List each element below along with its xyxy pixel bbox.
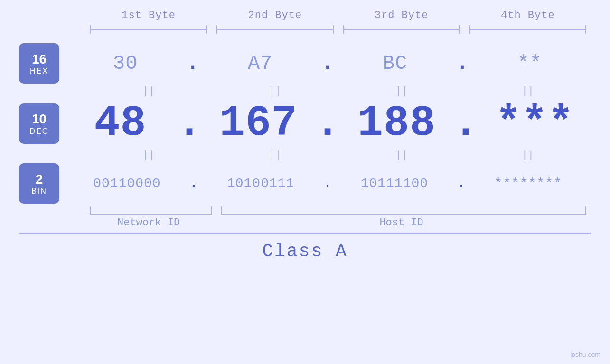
equals-1-2: ||	[212, 85, 338, 97]
host-id-label: Host ID	[212, 217, 591, 229]
bracket-2	[216, 25, 333, 34]
hex-row: 16 HEX 30 . A7 . BC . **	[19, 43, 591, 84]
dec-badge-label: DEC	[30, 127, 49, 136]
bin-badge-number: 2	[36, 171, 43, 187]
byte-header-2: 2nd Byte	[212, 9, 338, 21]
dot-dec-3: .	[453, 99, 479, 148]
equals-2-3: ||	[338, 149, 465, 161]
class-row: Class A	[19, 233, 591, 261]
byte-header-3: 3rd Byte	[338, 9, 465, 21]
equals-2-4: ||	[465, 149, 591, 161]
dec-byte-3: 188	[340, 99, 453, 148]
dec-badge-number: 10	[32, 111, 47, 127]
hex-byte-2: A7	[199, 52, 322, 75]
dec-val-4: ***	[496, 99, 574, 148]
bracket-1	[90, 25, 207, 34]
bin-val-3: 10111100	[361, 176, 428, 191]
equals-1-3: ||	[338, 85, 465, 97]
bin-byte-3: 10111100	[331, 176, 457, 191]
hex-values: 30 . A7 . BC . **	[64, 52, 591, 75]
dec-values: 48 . 167 . 188 . ***	[64, 99, 591, 148]
bracket-3	[343, 25, 460, 34]
equals-row-2: || || || ||	[19, 149, 591, 161]
bin-badge: 2 BIN	[19, 163, 59, 204]
dot-dec-1: .	[177, 99, 202, 148]
dec-val-2: 167	[219, 99, 298, 148]
hex-byte-1: 30	[64, 52, 187, 75]
bin-row: 2 BIN 00110000 . 10100111 . 10111100 . *…	[19, 163, 591, 204]
network-bracket	[90, 206, 212, 215]
hex-val-3: BC	[383, 52, 407, 75]
hex-val-4: **	[517, 52, 542, 75]
bin-byte-2: 10100111	[198, 176, 324, 191]
dot-dec-2: .	[315, 99, 340, 148]
dot-hex-1: .	[187, 52, 199, 75]
dot-hex-3: .	[456, 52, 468, 75]
dec-byte-4: ***	[479, 99, 591, 148]
equals-2-1: ||	[85, 149, 212, 161]
bracket-4	[469, 25, 586, 34]
byte-headers: 1st Byte 2nd Byte 3rd Byte 4th Byte	[19, 9, 591, 21]
hex-badge: 16 HEX	[19, 43, 59, 84]
dot-bin-2: .	[324, 176, 332, 191]
byte-header-1: 1st Byte	[85, 9, 212, 21]
bin-val-4: ********	[494, 176, 562, 191]
dot-bin-1: .	[190, 176, 198, 191]
host-bracket	[221, 206, 586, 215]
hex-byte-4: **	[468, 52, 591, 75]
bin-badge-label: BIN	[31, 187, 47, 196]
bin-val-1: 00110000	[93, 176, 160, 191]
hex-byte-3: BC	[334, 52, 457, 75]
dec-val-1: 48	[94, 99, 146, 148]
watermark: ipshu.com	[570, 351, 601, 358]
bin-byte-1: 00110000	[64, 176, 190, 191]
dec-row: 10 DEC 48 . 167 . 188 . ***	[19, 99, 591, 148]
byte-header-4: 4th Byte	[465, 9, 591, 21]
class-label: Class A	[19, 239, 591, 261]
equals-1-1: ||	[85, 85, 212, 97]
network-id-label: Network ID	[85, 217, 212, 229]
dec-val-3: 188	[357, 99, 436, 148]
bottom-brackets	[19, 206, 591, 215]
dot-hex-2: .	[321, 52, 333, 75]
bin-val-2: 10100111	[227, 176, 294, 191]
id-labels: Network ID Host ID	[19, 217, 591, 229]
dot-bin-3: .	[457, 176, 465, 191]
dec-badge: 10 DEC	[19, 103, 59, 144]
hex-badge-number: 16	[32, 51, 47, 67]
bin-values: 00110000 . 10100111 . 10111100 . *******…	[64, 176, 591, 191]
hex-val-2: A7	[248, 52, 272, 75]
equals-2-2: ||	[212, 149, 338, 161]
bin-byte-4: ********	[465, 176, 591, 191]
dec-byte-2: 167	[202, 99, 315, 148]
equals-row-1: || || || ||	[19, 85, 591, 97]
dec-byte-1: 48	[64, 99, 177, 148]
top-brackets	[19, 25, 591, 34]
hex-badge-label: HEX	[30, 67, 48, 75]
hex-val-1: 30	[113, 52, 138, 75]
class-line	[19, 233, 591, 234]
equals-1-4: ||	[465, 85, 591, 97]
